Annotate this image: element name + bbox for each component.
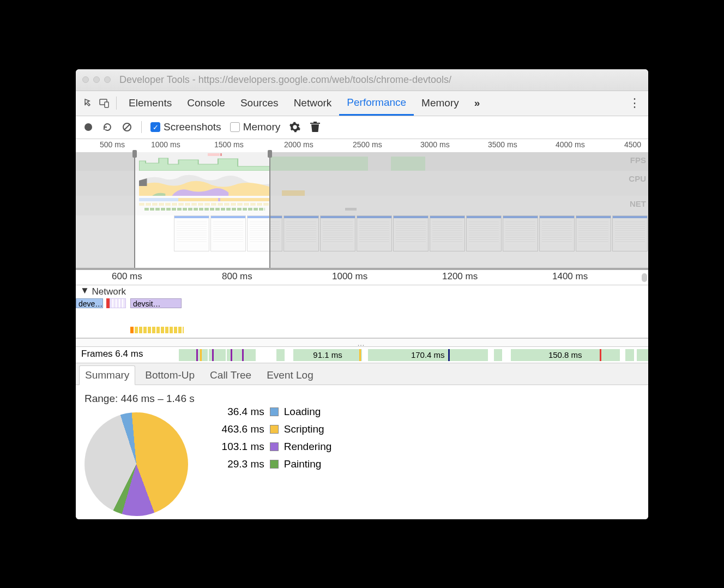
bottom-panel-tabs: Summary Bottom-Up Call Tree Event Log (76, 363, 648, 385)
minimize-window-button[interactable] (93, 76, 100, 83)
tab-console[interactable]: Console (179, 91, 233, 116)
tab-network[interactable]: Network (286, 91, 340, 116)
devtools-window: Developer Tools - https://developers.goo… (76, 69, 648, 519)
delete-trash-icon[interactable] (310, 121, 321, 133)
record-button[interactable] (83, 122, 93, 132)
detail-tick: 600 ms (112, 271, 142, 282)
screenshots-checkbox[interactable]: ✓ Screenshots (150, 121, 221, 133)
zoom-window-button[interactable] (104, 76, 111, 83)
cpu-label: CPU (629, 174, 646, 183)
frame-block[interactable] (625, 349, 634, 361)
cpu-lane: CPU (76, 171, 648, 196)
network-section[interactable]: ▼ Network deve… devsit… (76, 285, 648, 338)
network-rows: deve… devsit… (76, 298, 648, 338)
svg-point-2 (85, 123, 92, 131)
screenshot-thumb[interactable] (174, 215, 209, 251)
frame-mark (359, 349, 361, 361)
tab-performance[interactable]: Performance (339, 91, 414, 116)
network-entry[interactable]: devsit… (130, 298, 182, 308)
frames-label: Frames 6.4 ms (81, 349, 143, 359)
tabs-more-icon[interactable]: » (467, 91, 488, 116)
overview-ruler: 500 ms 1000 ms 1500 ms 2000 ms 2500 ms 3… (76, 139, 648, 152)
disclosure-triangle-icon: ▼ (80, 285, 89, 296)
frame-block[interactable] (494, 349, 503, 361)
vertical-scrollbar[interactable] (642, 273, 647, 282)
screenshot-strip[interactable] (76, 215, 648, 254)
frame-block[interactable]: 170.4 ms (368, 349, 488, 361)
frame-block[interactable]: 91.1 ms (293, 349, 362, 361)
network-entry[interactable]: deve… (76, 298, 103, 308)
ov-tick: 2500 ms (353, 140, 382, 149)
screenshots-label: Screenshots (164, 121, 221, 133)
tab-elements[interactable]: Elements (121, 91, 179, 116)
toolbar-divider (141, 121, 142, 133)
inspect-icon[interactable] (81, 95, 96, 111)
titlebar: Developer Tools - https://developers.goo… (76, 69, 648, 91)
memory-label: Memory (243, 121, 281, 133)
screenshot-thumb[interactable] (393, 215, 429, 251)
screenshot-thumb[interactable] (539, 215, 575, 251)
memory-checkbox[interactable]: Memory (230, 121, 281, 133)
ov-tick: 3000 ms (420, 140, 450, 149)
frames-row[interactable]: Frames 6.4 ms 91.1 ms170.4 ms150.8 ms (76, 347, 648, 363)
clear-button[interactable] (122, 122, 132, 133)
screenshot-thumb[interactable] (357, 215, 392, 251)
frame-block[interactable] (637, 349, 648, 361)
frame-block[interactable] (179, 349, 208, 361)
device-toggle-icon[interactable] (96, 95, 112, 111)
ov-tick: 4000 ms (556, 140, 585, 149)
screenshot-thumb[interactable] (320, 215, 355, 251)
network-section-header[interactable]: ▼ Network (76, 285, 648, 298)
frame-mark (231, 349, 232, 361)
detail-tick: 1000 ms (332, 271, 367, 282)
legend-row: 463.6 msScripting (210, 423, 332, 435)
frame-mark (200, 349, 202, 361)
network-label: Network (92, 286, 126, 297)
legend-row: 29.3 msPainting (210, 458, 332, 470)
detail-ruler[interactable]: 600 ms 800 ms 1000 ms 1200 ms 1400 ms (76, 270, 648, 285)
frame-block[interactable] (209, 349, 226, 361)
frame-block[interactable]: 150.8 ms (511, 349, 620, 361)
screenshot-thumb[interactable] (430, 215, 465, 251)
subtab-event-log[interactable]: Event Log (261, 366, 319, 385)
screenshot-thumb[interactable] (576, 215, 611, 251)
ov-tick: 4500 (624, 140, 641, 149)
subtab-summary[interactable]: Summary (79, 365, 135, 385)
collapsed-sections-icon[interactable]: … (76, 338, 648, 347)
subtab-call-tree[interactable]: Call Tree (204, 366, 257, 385)
screenshot-thumb[interactable] (210, 215, 246, 251)
legend-label: Scripting (284, 423, 324, 435)
legend-value: 463.6 ms (210, 423, 264, 435)
window-title: Developer Tools - https://developers.goo… (119, 74, 451, 86)
frame-mark (600, 349, 601, 361)
frame-mark (448, 349, 450, 361)
screenshot-thumb[interactable] (466, 215, 502, 251)
frame-block[interactable] (276, 349, 285, 361)
screenshot-thumb[interactable] (612, 215, 648, 251)
net-lane: NET (76, 196, 648, 215)
close-window-button[interactable] (82, 76, 89, 83)
settings-gear-icon[interactable] (289, 121, 301, 133)
subtab-bottom-up[interactable]: Bottom-Up (140, 366, 200, 385)
detail-tick: 1400 ms (552, 271, 588, 282)
screenshot-thumb[interactable] (503, 215, 538, 251)
svg-line-4 (124, 124, 130, 130)
ov-tick: 500 ms (100, 140, 125, 149)
network-entry-wait (135, 327, 184, 333)
screenshot-thumb[interactable] (247, 215, 282, 251)
traffic-lights (82, 76, 111, 83)
tab-sources[interactable]: Sources (233, 91, 286, 116)
tabs-divider (116, 97, 117, 110)
reload-button[interactable] (102, 122, 113, 133)
svg-rect-1 (105, 102, 108, 107)
overview-timeline[interactable]: 500 ms 1000 ms 1500 ms 2000 ms 2500 ms 3… (76, 139, 648, 270)
checkbox-checked-icon: ✓ (150, 122, 160, 132)
screenshot-thumb[interactable] (283, 215, 319, 251)
legend-value: 103.1 ms (210, 441, 264, 453)
tab-memory[interactable]: Memory (414, 91, 467, 116)
performance-toolbar: ✓ Screenshots Memory (76, 116, 648, 139)
checkbox-unchecked-icon (230, 122, 240, 132)
panel-tabs: Elements Console Sources Network Perform… (76, 91, 648, 116)
fps-lane: FPS (76, 152, 648, 171)
kebab-menu-icon[interactable]: ⋮ (626, 95, 643, 111)
